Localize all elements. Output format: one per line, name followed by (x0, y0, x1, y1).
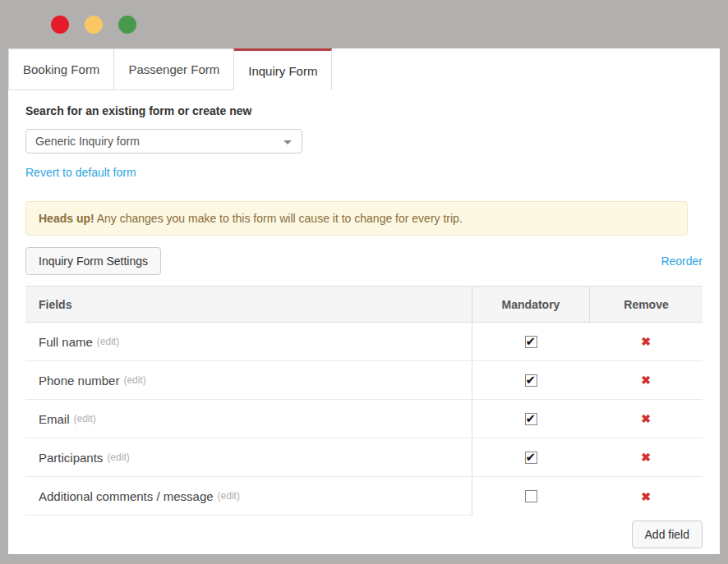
zoom-window-button[interactable] (118, 16, 136, 34)
minimize-window-button[interactable] (85, 16, 103, 34)
tab-passenger-form[interactable]: Passenger Form (113, 48, 234, 90)
add-field-button[interactable]: Add field (632, 520, 703, 548)
edit-field-link[interactable]: (edit) (218, 490, 240, 502)
form-tabs: Booking Form Passenger Form Inquiry Form (8, 48, 720, 90)
table-row-additional-comments: Additional comments / message (edit) ✖ (25, 477, 703, 516)
tab-booking-form[interactable]: Booking Form (8, 48, 114, 90)
field-label: Full name (39, 335, 93, 349)
table-row-phone-number: Phone number (edit) ✖ (25, 361, 703, 400)
revert-to-default-link[interactable]: Revert to default form (25, 166, 136, 179)
field-label: Additional comments / message (39, 489, 214, 503)
form-select-value: Generic Inquiry form (35, 135, 140, 148)
header-remove: Remove (589, 287, 703, 322)
tab-inquiry-form[interactable]: Inquiry Form (233, 48, 332, 90)
header-fields: Fields (25, 287, 472, 322)
edit-field-link[interactable]: (edit) (107, 452, 129, 463)
window-titlebar (0, 0, 728, 48)
remove-field-icon[interactable]: ✖ (641, 491, 651, 502)
field-label: Participants (39, 451, 103, 465)
alert-title: Heads up! (39, 212, 94, 225)
edit-field-link[interactable]: (edit) (97, 336, 119, 347)
form-select[interactable]: Generic Inquiry form (25, 129, 302, 154)
header-mandatory: Mandatory (472, 287, 589, 322)
mandatory-checkbox[interactable] (525, 452, 537, 464)
table-footer: Add field (25, 516, 703, 548)
alert-message: Any changes you make to this form will c… (97, 212, 463, 225)
mandatory-checkbox[interactable] (525, 374, 537, 387)
table-row-email: Email (edit) ✖ (25, 400, 703, 438)
close-window-button[interactable] (51, 16, 69, 34)
field-label: Phone number (39, 374, 119, 387)
search-form-label: Search for an existing form or create ne… (25, 104, 703, 117)
mandatory-checkbox[interactable] (525, 336, 537, 348)
field-label: Email (39, 412, 70, 426)
table-row-participants: Participants (edit) ✖ (25, 438, 703, 477)
table-row-full-name: Full name (edit) ✖ (25, 323, 703, 361)
inquiry-form-settings-button[interactable]: Inquiry Form Settings (25, 247, 161, 275)
remove-field-icon[interactable]: ✖ (641, 452, 651, 463)
table-toolbar: Inquiry Form Settings Reorder (25, 247, 703, 275)
edit-field-link[interactable]: (edit) (74, 413, 96, 424)
chevron-down-icon (283, 140, 292, 144)
remove-field-icon[interactable]: ✖ (641, 336, 651, 347)
remove-field-icon[interactable]: ✖ (641, 413, 651, 424)
edit-field-link[interactable]: (edit) (123, 374, 145, 386)
mandatory-checkbox[interactable] (525, 413, 537, 425)
heads-up-alert: Heads up!Any changes you make to this fo… (25, 201, 688, 236)
window-panel: Booking Form Passenger Form Inquiry Form… (8, 48, 720, 554)
mandatory-checkbox[interactable] (525, 490, 537, 502)
inquiry-form-content: Search for an existing form or create ne… (8, 90, 720, 548)
reorder-link[interactable]: Reorder (661, 254, 703, 268)
table-header-row: Fields Mandatory Remove (25, 286, 703, 323)
remove-field-icon[interactable]: ✖ (641, 374, 651, 386)
fields-table: Fields Mandatory Remove Full name (edit)… (25, 286, 703, 548)
